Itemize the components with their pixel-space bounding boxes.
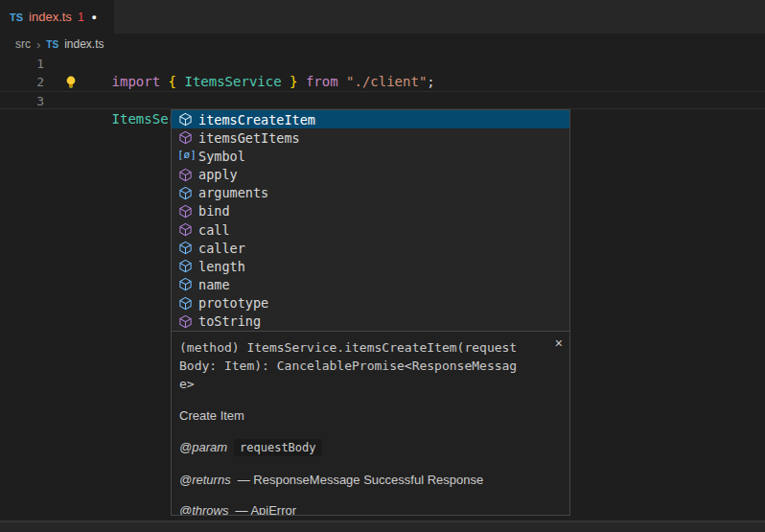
suggestion-item[interactable]: [ø] Symbol bbox=[172, 147, 569, 165]
chevron-right-icon: › bbox=[36, 37, 40, 52]
vscode-window: TS index.ts 1 ● src › TS index.ts 1impor… bbox=[0, 0, 765, 532]
line-number: 3 bbox=[0, 92, 44, 110]
suggestion-label: arguments bbox=[198, 185, 268, 200]
suggestion-docs-panel: × (method) ItemsService.itemsCreateItem(… bbox=[172, 331, 569, 515]
suggestion-label: call bbox=[198, 222, 230, 238]
suggestion-item[interactable]: [ø] length bbox=[172, 257, 569, 275]
suggestion-label: prototype bbox=[198, 295, 268, 311]
suggestion-item[interactable]: [ø] caller bbox=[172, 239, 569, 257]
suggestion-item[interactable]: [ø] apply bbox=[172, 165, 569, 183]
code-editor[interactable]: 1import { ItemsService } from "./client"… bbox=[0, 55, 765, 109]
modified-dot-icon[interactable]: ● bbox=[92, 12, 97, 22]
code-line-1[interactable]: 1import { ItemsService } from "./client"… bbox=[0, 55, 765, 73]
symbol-method-cube-icon bbox=[177, 130, 193, 146]
tab-label: index.ts bbox=[29, 10, 72, 24]
code-line-3-current[interactable]: 3ItemsService. bbox=[0, 91, 765, 109]
symbol-property-cube-icon bbox=[177, 241, 193, 256]
suggestion-item[interactable]: [ø] arguments bbox=[172, 184, 569, 202]
suggestion-label: bind bbox=[198, 203, 230, 219]
suggestion-item[interactable]: [ø] bind bbox=[172, 202, 569, 220]
breadcrumb-file[interactable]: index.ts bbox=[64, 37, 104, 51]
symbol-method-cube-icon bbox=[177, 222, 193, 238]
suggestion-item[interactable]: [ø] prototype bbox=[172, 294, 569, 312]
tab-error-count-badge: 1 bbox=[78, 11, 84, 24]
param-code-badge: requestBody bbox=[234, 439, 321, 456]
suggestion-label: caller bbox=[198, 241, 245, 256]
symbol-property-cube-icon bbox=[177, 277, 193, 292]
doc-summary: Create Item bbox=[179, 408, 545, 423]
throws-tag: @throws bbox=[179, 503, 229, 515]
intellisense-suggest-widget: [ø] itemsCreateItem [ø] itemsGetItems [ø… bbox=[171, 109, 570, 516]
suggestion-label: Symbol bbox=[198, 149, 245, 164]
line-number: 1 bbox=[0, 55, 44, 73]
symbol-method-cube-icon bbox=[177, 167, 193, 182]
symbol-property-cube-icon bbox=[177, 259, 193, 274]
symbol-method-cube-icon bbox=[177, 112, 193, 127]
returns-tag: @returns bbox=[179, 473, 231, 487]
symbol-method-cube-icon bbox=[177, 313, 193, 329]
throws-text: — ApiError bbox=[236, 503, 297, 515]
doc-throws-row: @throws — ApiError bbox=[179, 503, 545, 515]
tab-index-ts[interactable]: TS index.ts 1 ● bbox=[0, 0, 114, 34]
suggestion-label: toString bbox=[198, 313, 261, 329]
suggestion-item[interactable]: [ø] toString bbox=[172, 312, 569, 331]
line-number: 2 bbox=[0, 73, 44, 91]
suggestion-label: name bbox=[198, 277, 230, 292]
symbol-field-icon: [ø] bbox=[177, 149, 193, 164]
method-signature: (method) ItemsService.itemsCreateItem(re… bbox=[179, 338, 517, 393]
code-line-2[interactable]: 2 bbox=[0, 73, 765, 91]
returns-text: — ResponseMessage Successful Response bbox=[238, 473, 484, 487]
symbol-property-cube-icon bbox=[177, 295, 193, 311]
suggestion-label: apply bbox=[198, 167, 238, 182]
doc-returns-row: @returns — ResponseMessage Successful Re… bbox=[179, 473, 545, 487]
suggestion-item[interactable]: [ø] itemsGetItems bbox=[172, 128, 569, 147]
breadcrumb-folder[interactable]: src bbox=[15, 37, 31, 51]
suggestion-label: itemsGetItems bbox=[198, 130, 300, 146]
bottom-panel-edge bbox=[0, 522, 765, 532]
breadcrumb: src › TS index.ts bbox=[0, 34, 765, 55]
typescript-file-icon: TS bbox=[10, 12, 23, 23]
symbol-method-cube-icon bbox=[177, 203, 193, 219]
close-icon[interactable]: × bbox=[555, 336, 563, 350]
tab-bar: TS index.ts 1 ● bbox=[0, 0, 765, 34]
param-tag: @param bbox=[179, 440, 227, 454]
suggestion-item[interactable]: [ø] name bbox=[172, 275, 569, 293]
suggestion-label: itemsCreateItem bbox=[198, 112, 315, 127]
suggestion-item[interactable]: [ø] call bbox=[172, 220, 569, 239]
suggestion-list: [ø] itemsCreateItem [ø] itemsGetItems [ø… bbox=[172, 110, 569, 331]
lightbulb-quickfix-icon[interactable] bbox=[65, 76, 77, 89]
typescript-file-icon: TS bbox=[46, 39, 58, 50]
suggestion-item[interactable]: [ø] itemsCreateItem bbox=[172, 110, 569, 128]
suggestion-label: length bbox=[198, 259, 245, 274]
symbol-property-cube-icon bbox=[177, 185, 193, 200]
doc-param-row: @param requestBody bbox=[179, 439, 545, 456]
